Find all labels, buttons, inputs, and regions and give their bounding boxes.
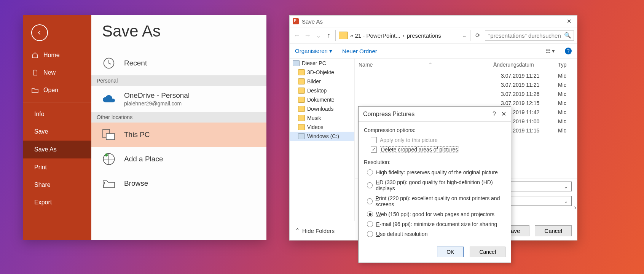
search-input[interactable] xyxy=(488,32,562,39)
radio-label: Print (220 ppi): excellent quality on mo… xyxy=(376,195,505,207)
folder-icon xyxy=(339,32,348,39)
nav-saveas[interactable]: Save As xyxy=(23,140,91,159)
backstage-sidebar: Home New Open Info Save Save As Print Sh… xyxy=(23,15,91,240)
new-folder[interactable]: Neuer Ordner xyxy=(342,48,377,54)
folder-icon xyxy=(298,69,305,75)
chevron-up-icon: ⌃ xyxy=(295,227,300,234)
view-menu-icon[interactable]: ☷ ▾ xyxy=(545,48,555,54)
apply-only-checkbox[interactable]: Apply only to this picture xyxy=(364,135,505,145)
cancel-button[interactable]: Cancel xyxy=(535,225,572,236)
nav-open[interactable]: Open xyxy=(23,81,91,99)
nav-home-label: Home xyxy=(43,52,60,59)
tree-item[interactable]: Windows (C:) xyxy=(290,132,354,141)
apply-only-label: Apply only to this picture xyxy=(380,137,438,143)
dialog-help-icon[interactable]: ? xyxy=(493,111,496,118)
file-row[interactable]: 3.07.2019 11:21Mic xyxy=(355,80,577,89)
other-header: Other locations xyxy=(91,112,266,123)
chevron-icon: › xyxy=(403,32,405,39)
dialog-cancel-button[interactable]: Cancel xyxy=(470,247,505,257)
file-date: 3.07.2019 12:15 xyxy=(501,100,558,106)
search-icon[interactable]: 🔍 xyxy=(564,32,571,39)
titlebar: Save As ✕ xyxy=(290,16,577,27)
file-row[interactable]: 3.07.2019 11:26Mic xyxy=(355,89,577,99)
nav-forward-icon[interactable]: → xyxy=(303,32,312,40)
chevron-down-icon: ▾ xyxy=(329,48,332,54)
location-recent[interactable]: Recent xyxy=(91,51,266,75)
nav-save[interactable]: Save xyxy=(23,123,91,140)
breadcrumb-current: presentations xyxy=(407,32,441,39)
file-date: 3.07.2019 11:21 xyxy=(501,82,558,88)
resolution-radio[interactable]: Web (150 ppi): good for web pages and pr… xyxy=(364,209,505,219)
page-title: Save As xyxy=(102,22,266,40)
hide-folders[interactable]: ⌃Hide Folders xyxy=(295,227,335,234)
delete-cropped-checkbox[interactable]: Delete cropped areas of pictures xyxy=(364,145,505,155)
folder-tree: Dieser PC3D-ObjekteBilderDesktopDokument… xyxy=(290,59,355,221)
tree-item-label: 3D-Objekte xyxy=(307,69,334,75)
tree-item[interactable]: 3D-Objekte xyxy=(290,68,354,77)
scroll-right-icon[interactable]: › xyxy=(574,204,576,212)
breadcrumb[interactable]: « 21 - PowerPoint... › presentations ⌄ xyxy=(335,30,470,41)
tree-item[interactable]: Desktop xyxy=(290,86,354,95)
location-addplace[interactable]: Add a Place xyxy=(91,147,266,171)
compress-pictures-dialog: Compress Pictures ? ✕ Compression option… xyxy=(358,106,511,263)
resolution-radio[interactable]: Use default resolution xyxy=(364,229,505,239)
nav-print[interactable]: Print xyxy=(23,159,91,176)
nav-up-icon[interactable]: ↑ xyxy=(325,32,333,40)
nav-share[interactable]: Share xyxy=(23,176,91,194)
home-icon xyxy=(31,52,39,59)
delete-cropped-label: Delete cropped areas of pictures xyxy=(380,146,459,153)
drive-icon xyxy=(298,133,305,139)
backstage-panel: Home New Open Info Save Save As Print Sh… xyxy=(23,15,266,240)
nav-recent-icon[interactable]: ⌄ xyxy=(314,31,322,40)
resolution-radio[interactable]: Print (220 ppi): excellent quality on mo… xyxy=(364,193,505,209)
search-box[interactable]: 🔍 xyxy=(485,30,574,41)
col-name[interactable]: Name xyxy=(359,62,373,68)
tree-item-label: Downloads xyxy=(307,106,333,112)
nav-export[interactable]: Export xyxy=(23,194,91,211)
col-type[interactable]: Typ xyxy=(554,59,577,71)
tree-item[interactable]: Bilder xyxy=(290,77,354,86)
help-icon[interactable]: ? xyxy=(565,48,572,54)
radio-icon xyxy=(367,211,373,217)
file-row[interactable]: 3.07.2019 11:21Mic xyxy=(355,71,577,80)
location-browse-label: Browse xyxy=(124,179,148,188)
nav-back-icon[interactable]: ← xyxy=(293,32,301,40)
file-date: 3.07.2019 11:26 xyxy=(501,91,558,97)
location-recent-label: Recent xyxy=(124,59,147,67)
radio-icon xyxy=(367,182,373,188)
resolution-radio[interactable]: High fidelity: preserves quality of the … xyxy=(364,167,505,177)
tree-item[interactable]: Dokumente xyxy=(290,95,354,104)
nav-info[interactable]: Info xyxy=(23,105,91,123)
nav-divider xyxy=(23,102,91,102)
col-date[interactable]: Änderungsdatum xyxy=(489,59,554,71)
checkbox-checked-icon xyxy=(371,147,377,153)
backstage-main: Save As Recent Personal OneDrive - Perso… xyxy=(91,15,266,240)
file-date: 3.07.2019 11:21 xyxy=(501,73,558,79)
resolution-radio[interactable]: E-mail (96 ppi): minimize document size … xyxy=(364,219,505,229)
nav-new[interactable]: New xyxy=(23,64,91,81)
refresh-icon[interactable]: ⟳ xyxy=(473,32,483,39)
resolution-radio[interactable]: HD (330 ppi): good quality for high-defi… xyxy=(364,177,505,193)
dialog-titlebar: Compress Pictures ? ✕ xyxy=(359,107,511,122)
organize-menu[interactable]: Organisieren ▾ xyxy=(295,48,332,54)
location-browse[interactable]: Browse xyxy=(91,171,266,196)
window-title: Save As xyxy=(302,18,323,25)
breadcrumb-dropdown-icon[interactable]: ⌄ xyxy=(462,32,467,39)
folder-open-icon xyxy=(31,87,39,93)
tree-item[interactable]: Dieser PC xyxy=(290,59,354,68)
tree-item[interactable]: Musik xyxy=(290,113,354,123)
ok-button[interactable]: OK xyxy=(437,247,464,257)
location-onedrive[interactable]: OneDrive - Personal pialehner29@gmail.co… xyxy=(91,86,266,112)
nav-home[interactable]: Home xyxy=(23,46,91,64)
location-thispc[interactable]: This PC xyxy=(91,123,266,147)
file-type: Mic xyxy=(558,127,573,134)
dialog-close-icon[interactable]: ✕ xyxy=(501,110,506,118)
tree-item[interactable]: Downloads xyxy=(290,104,354,113)
folder-icon xyxy=(298,106,305,112)
file-type: Mic xyxy=(558,91,573,97)
back-button[interactable] xyxy=(31,24,48,41)
address-bar: ← → ⌄ ↑ « 21 - PowerPoint... › presentat… xyxy=(290,27,577,44)
breadcrumb-parent: « 21 - PowerPoint... xyxy=(350,32,400,39)
window-close-icon[interactable]: ✕ xyxy=(564,18,574,25)
tree-item[interactable]: Videos xyxy=(290,123,354,132)
